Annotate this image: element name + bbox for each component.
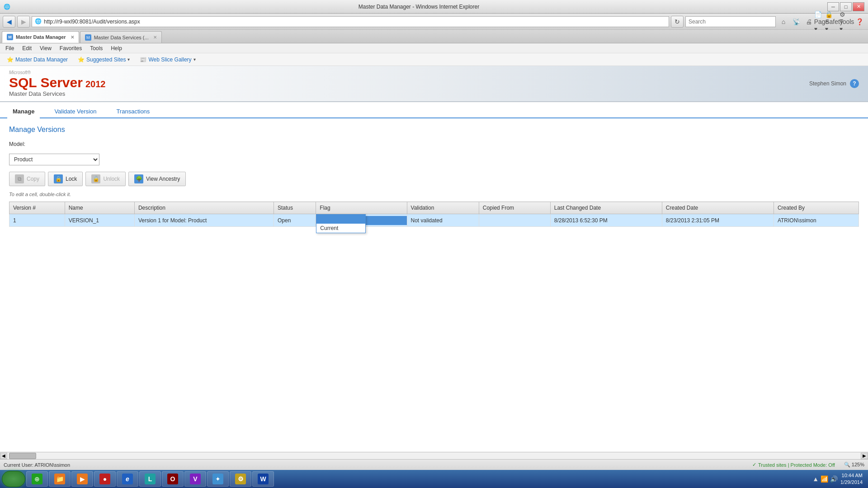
- tray-icons: ▲ 📶 🔊: [812, 475, 838, 483]
- taskbar-item-5[interactable]: e: [117, 471, 138, 487]
- lock-icon: 🔒: [54, 174, 63, 183]
- menu-bar: File Edit View Favorites Tools Help: [0, 43, 868, 53]
- taskbar-item-11[interactable]: W: [252, 471, 274, 487]
- fav-dropdown-suggested: ▾: [127, 57, 130, 62]
- scroll-left-arrow[interactable]: ◀: [0, 453, 7, 459]
- title-bar: 🌐 Master Data Manager - Windows Internet…: [0, 0, 868, 14]
- tray-icon-1: ▲: [812, 475, 819, 483]
- time-display[interactable]: 10:44 AM 1/29/2014: [840, 472, 863, 486]
- taskbar-icon-7: O: [167, 474, 178, 484]
- taskbar-icon-3: ▶: [77, 474, 88, 484]
- model-label: Model:: [9, 141, 25, 147]
- header-help-button[interactable]: ?: [850, 79, 859, 88]
- horizontal-scrollbar[interactable]: ◀ ▶: [0, 452, 868, 459]
- menu-edit[interactable]: Edit: [19, 44, 35, 53]
- minimize-button[interactable]: ─: [827, 2, 839, 11]
- window-controls: ─ □ ✕: [827, 2, 864, 11]
- flag-option-current[interactable]: Current: [316, 224, 365, 233]
- taskbar-item-2[interactable]: 📁: [49, 471, 71, 487]
- tab-master-data-services[interactable]: M Master Data Services (... ✕: [80, 31, 162, 43]
- lock-button[interactable]: 🔒 Lock: [48, 172, 83, 186]
- tab-bar: M Master Data Manager ✕ M Master Data Se…: [0, 30, 868, 43]
- tab-close-1[interactable]: ✕: [71, 35, 74, 40]
- scroll-thumb-h[interactable]: [9, 453, 36, 459]
- address-text: http://r9-wxl90:8081/Audit/versions.aspx: [44, 19, 140, 25]
- refresh-button[interactable]: ↻: [671, 16, 684, 28]
- scroll-right-arrow[interactable]: ▶: [861, 453, 868, 459]
- taskbar-item-4[interactable]: ●: [94, 471, 116, 487]
- cell-flag[interactable]: Current: [316, 214, 407, 227]
- taskbar-item-1[interactable]: ⊕: [26, 471, 48, 487]
- tab-validate-version[interactable]: Validate Version: [49, 105, 102, 118]
- ancestry-button[interactable]: 🌳 View Ancestry: [128, 172, 186, 186]
- forward-button[interactable]: ▶: [17, 16, 30, 28]
- table-row[interactable]: 1 VERSION_1 Version 1 for Model: Product…: [9, 214, 859, 227]
- taskbar-time: 10:44 AM: [840, 472, 863, 479]
- menu-help[interactable]: Help: [107, 44, 126, 53]
- table-header: Version # Name Description Status Flag V…: [9, 202, 859, 214]
- safety-button[interactable]: 🔒 Safety ▾: [828, 16, 840, 27]
- taskbar-icon-1: ⊕: [32, 474, 42, 484]
- sql-logo: SQL Server: [9, 75, 83, 90]
- taskbar-icon-5: e: [122, 474, 133, 484]
- print-button[interactable]: 🖨: [803, 16, 815, 27]
- fav-webslice[interactable]: 📰 Web Slice Gallery ▾: [136, 55, 199, 64]
- home-button[interactable]: ⌂: [778, 16, 789, 27]
- menu-tools[interactable]: Tools: [86, 44, 106, 53]
- flag-option-blank[interactable]: [316, 215, 365, 224]
- start-button[interactable]: [2, 471, 25, 487]
- flag-dropdown[interactable]: Current: [316, 214, 366, 233]
- tools-button[interactable]: ⚙ Tools ▾: [841, 16, 853, 27]
- toolbar: ⧉ Copy 🔒 Lock 🔓 Unlock 🌳 View Ancestry: [9, 172, 859, 186]
- copy-button[interactable]: ⧉ Copy: [9, 172, 45, 186]
- model-select[interactable]: Product: [9, 154, 99, 165]
- taskbar-item-9[interactable]: ✦: [207, 471, 229, 487]
- address-icon: 🌐: [35, 18, 42, 25]
- col-flag: Flag: [316, 202, 407, 214]
- back-button[interactable]: ◀: [3, 16, 15, 28]
- copy-icon: ⧉: [15, 174, 24, 183]
- status-bar: Current User: ATRION\ssimon ✓ Trusted si…: [0, 459, 868, 470]
- window-title: Master Data Manager - Windows Internet E…: [10, 4, 827, 10]
- help-button[interactable]: ❓: [854, 16, 865, 27]
- tab-close-2[interactable]: ✕: [153, 35, 157, 40]
- trusted-check-icon: ✓: [752, 462, 756, 468]
- search-input[interactable]: [685, 16, 776, 27]
- page-title: Manage Versions: [9, 126, 859, 134]
- model-form-row: Model:: [9, 141, 859, 147]
- cell-last-changed: 8/28/2013 6:52:30 PM: [550, 214, 662, 227]
- fav-suggested-sites[interactable]: ⭐ Suggested Sites ▾: [74, 55, 134, 64]
- menu-file[interactable]: File: [2, 44, 18, 53]
- ancestry-label: View Ancestry: [146, 176, 180, 182]
- col-description: Description: [134, 202, 274, 214]
- menu-favorites[interactable]: Favorites: [56, 44, 85, 53]
- taskbar-item-6[interactable]: L: [139, 471, 161, 487]
- versions-table: Version # Name Description Status Flag V…: [9, 202, 859, 227]
- taskbar-item-3[interactable]: ▶: [71, 471, 93, 487]
- tab-manage[interactable]: Manage: [7, 105, 40, 118]
- unlock-button[interactable]: 🔓 Unlock: [85, 172, 126, 186]
- maximize-button[interactable]: □: [840, 2, 852, 11]
- taskbar-date: 1/29/2014: [840, 479, 863, 486]
- rss-button[interactable]: 📡: [790, 16, 802, 27]
- taskbar-item-7[interactable]: O: [162, 471, 184, 487]
- fav-master-data-manager[interactable]: ⭐ Master Data Manager: [3, 55, 72, 64]
- tab-transactions[interactable]: Transactions: [111, 105, 155, 118]
- tab-master-data-manager[interactable]: M Master Data Manager ✕: [2, 31, 79, 43]
- trusted-text: Trusted sites | Protected Mode: Off: [758, 462, 835, 468]
- close-button[interactable]: ✕: [853, 2, 864, 11]
- menu-view[interactable]: View: [36, 44, 55, 53]
- address-bar[interactable]: 🌐 http://r9-wxl90:8081/Audit/versions.as…: [32, 16, 669, 27]
- fav-label-mdm: Master Data Manager: [15, 56, 68, 63]
- table-body: 1 VERSION_1 Version 1 for Model: Product…: [9, 214, 859, 227]
- tab-favicon-2: M: [85, 34, 91, 41]
- ms-logo: Microsoft®: [9, 70, 105, 75]
- taskbar-item-10[interactable]: ⚙: [230, 471, 251, 487]
- tray-volume-icon: 🔊: [830, 475, 838, 483]
- taskbar-icon-11: W: [258, 474, 269, 484]
- taskbar: ⊕ 📁 ▶ ● e L O V ✦ ⚙ W ▲ 📶 🔊 10:44 AM 1/2…: [0, 470, 868, 488]
- taskbar-icon-4: ●: [99, 474, 110, 484]
- taskbar-item-8[interactable]: V: [184, 471, 206, 487]
- system-tray: ▲ 📶 🔊 10:44 AM 1/29/2014: [809, 472, 866, 486]
- taskbar-icon-8: V: [190, 474, 201, 484]
